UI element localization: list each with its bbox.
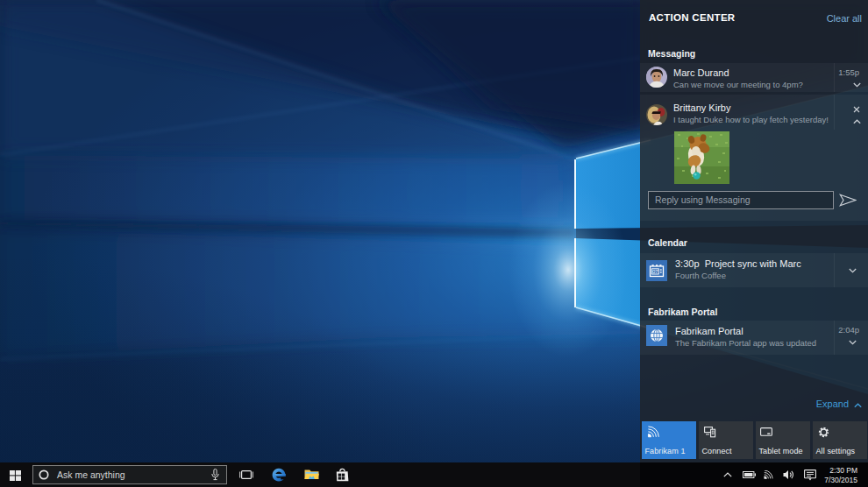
svg-text:07: 07 bbox=[652, 269, 658, 274]
